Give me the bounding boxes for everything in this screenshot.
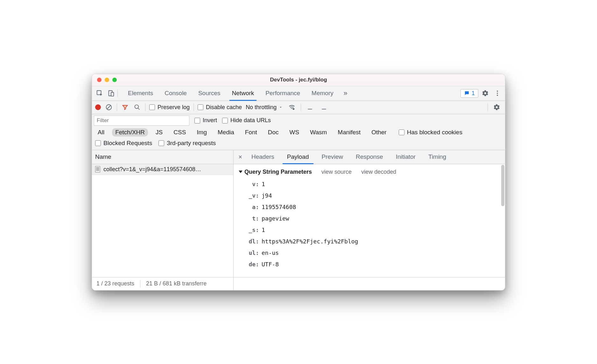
param-key: _s: [248, 224, 259, 236]
has-blocked-cookies-label: Has blocked cookies [407, 129, 462, 136]
disable-cache-checkbox[interactable]: Disable cache [198, 104, 242, 111]
record-button[interactable] [95, 104, 101, 110]
has-blocked-cookies-input[interactable] [399, 130, 404, 135]
type-filter-css[interactable]: CSS [170, 128, 189, 136]
svg-point-4 [497, 93, 498, 94]
type-filter-all[interactable]: All [95, 128, 108, 136]
divider [145, 103, 145, 111]
type-filter-manifest[interactable]: Manifest [334, 128, 364, 136]
query-params-list: v:1_v:j94a:1195574608t:pageview_s:1dl:ht… [248, 178, 500, 270]
scrollbar-thumb[interactable] [501, 165, 504, 206]
param-row: _v:j94 [248, 190, 500, 201]
kebab-menu-icon[interactable] [492, 88, 502, 98]
detail-tab-headers[interactable]: Headers [245, 150, 281, 164]
issues-count: 1 [472, 90, 475, 97]
tab-elements[interactable]: Elements [122, 86, 159, 101]
network-toolbar: Preserve log Disable cache No throttling [92, 101, 505, 114]
type-filter-font[interactable]: Font [242, 128, 260, 136]
zoom-window-button[interactable] [112, 78, 117, 82]
type-filter-ws[interactable]: WS [286, 128, 303, 136]
gear-icon[interactable] [480, 88, 490, 98]
close-window-button[interactable] [97, 78, 102, 82]
tab-performance[interactable]: Performance [260, 86, 306, 101]
type-filter-img[interactable]: Img [193, 128, 210, 136]
detail-pane: × HeadersPayloadPreviewResponseInitiator… [234, 150, 505, 277]
close-detail-icon[interactable]: × [235, 153, 245, 161]
invert-checkbox[interactable]: Invert [194, 117, 217, 124]
window-title: DevTools - jec.fyi/blog [92, 77, 505, 83]
param-row: ul:en-us [248, 247, 500, 259]
minimize-window-button[interactable] [105, 78, 109, 82]
type-filter-wasm[interactable]: Wasm [307, 128, 330, 136]
preserve-log-input[interactable] [149, 104, 155, 110]
hide-data-urls-input[interactable] [222, 118, 228, 123]
disable-cache-input[interactable] [198, 104, 203, 110]
type-filter-other[interactable]: Other [368, 128, 390, 136]
request-row[interactable]: collect?v=1&_v=j94&a=1195574608… [92, 164, 233, 175]
invert-input[interactable] [194, 118, 200, 123]
network-conditions-icon[interactable] [287, 102, 297, 112]
device-toolbar-icon[interactable] [106, 88, 116, 98]
third-party-label: 3rd-party requests [167, 140, 216, 147]
blocked-requests-checkbox[interactable]: Blocked Requests [95, 140, 152, 147]
requests-pane: Name collect?v=1&_v=j94&a=1195574608… [92, 150, 234, 277]
tab-console[interactable]: Console [159, 86, 193, 101]
param-row: t:pageview [248, 213, 500, 224]
type-filter-media[interactable]: Media [214, 128, 237, 136]
detail-tab-initiator[interactable]: Initiator [390, 150, 422, 164]
issues-badge[interactable]: 1 [460, 89, 478, 98]
third-party-input[interactable] [158, 140, 164, 146]
query-params-toggle[interactable]: Query String Parameters [239, 169, 312, 175]
inspect-element-icon[interactable] [95, 88, 105, 98]
type-filter-js[interactable]: JS [152, 128, 166, 136]
has-blocked-cookies-checkbox[interactable]: Has blocked cookies [399, 129, 462, 136]
more-tabs-button[interactable]: » [341, 88, 351, 98]
type-filter-doc[interactable]: Doc [265, 128, 282, 136]
export-har-icon[interactable] [319, 102, 329, 112]
import-har-icon[interactable] [305, 102, 315, 112]
divider [301, 103, 301, 111]
svg-rect-2 [111, 92, 114, 96]
main-tabs-bar: ElementsConsoleSourcesNetworkPerformance… [92, 86, 505, 101]
filter-input[interactable] [94, 116, 189, 126]
footer-transferred: 21 B / 681 kB transferre [146, 280, 207, 287]
tab-sources[interactable]: Sources [193, 86, 226, 101]
detail-tab-response[interactable]: Response [349, 150, 390, 164]
blocked-requests-label: Blocked Requests [103, 140, 152, 147]
requests-name-header[interactable]: Name [92, 150, 233, 164]
preserve-log-checkbox[interactable]: Preserve log [149, 104, 190, 111]
param-row: a:1195574608 [248, 201, 500, 213]
detail-tab-timing[interactable]: Timing [422, 150, 453, 164]
svg-point-5 [497, 95, 498, 96]
network-settings-icon[interactable] [492, 102, 502, 112]
filter-icon[interactable] [121, 103, 129, 111]
third-party-checkbox[interactable]: 3rd-party requests [158, 140, 216, 147]
param-value: en-us [262, 247, 279, 259]
svg-point-8 [293, 108, 295, 110]
detail-tab-preview[interactable]: Preview [315, 150, 350, 164]
param-key: v: [248, 178, 259, 190]
query-params-title: Query String Parameters [244, 169, 312, 175]
type-filter-fetch-xhr[interactable]: Fetch/XHR [112, 128, 148, 136]
view-decoded-link[interactable]: view decoded [361, 169, 396, 175]
tab-memory[interactable]: Memory [306, 86, 339, 101]
search-icon[interactable] [133, 103, 141, 111]
svg-point-7 [135, 105, 139, 109]
footer-wrap: 1 / 23 requests 21 B / 681 kB transferre [92, 277, 505, 290]
main-split: Name collect?v=1&_v=j94&a=1195574608… × … [92, 150, 505, 277]
hide-data-urls-checkbox[interactable]: Hide data URLs [222, 117, 271, 124]
filter-bar-row3: Blocked Requests 3rd-party requests [92, 138, 505, 150]
blocked-requests-input[interactable] [95, 140, 101, 146]
detail-tab-payload[interactable]: Payload [281, 150, 315, 164]
param-value: https%3A%2F%2Fjec.fyi%2Fblog [262, 236, 358, 247]
request-name: collect?v=1&_v=j94&a=1195574608… [103, 166, 201, 173]
divider [193, 103, 194, 111]
document-icon [95, 166, 100, 172]
view-source-link[interactable]: view source [321, 169, 352, 175]
tab-network[interactable]: Network [226, 86, 260, 101]
invert-label: Invert [203, 117, 217, 124]
throttling-select[interactable]: No throttling [246, 104, 283, 111]
param-key: dl: [248, 236, 259, 247]
clear-icon[interactable] [105, 103, 113, 111]
param-value: 1195574608 [262, 201, 296, 213]
